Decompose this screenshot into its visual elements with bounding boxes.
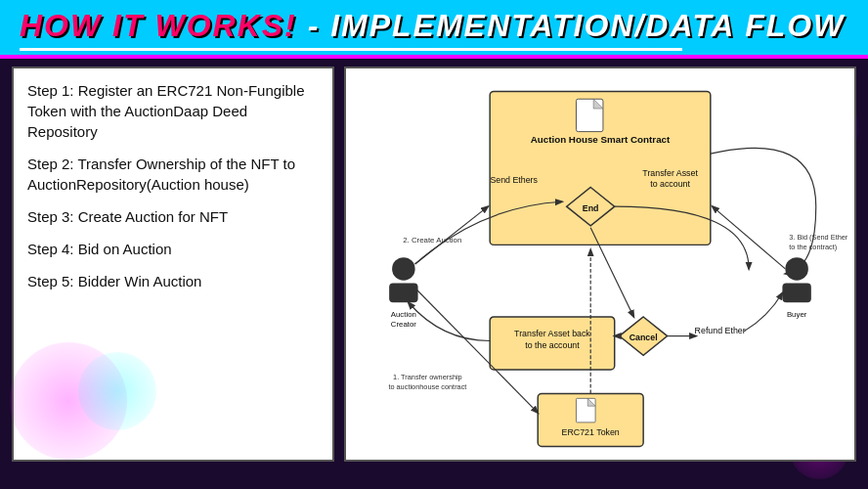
header-exclamation: ! [284, 8, 297, 43]
step-2: Step 2: Transfer Ownership of the NFT to… [27, 154, 319, 195]
step-3: Step 3: Create Auction for NFT [27, 206, 319, 227]
svg-text:ERC721 Token: ERC721 Token [562, 427, 620, 437]
svg-text:Refund Ether: Refund Ether [695, 326, 746, 335]
svg-rect-1 [576, 99, 602, 131]
svg-text:2. Create Auction: 2. Create Auction [403, 236, 461, 244]
svg-text:to account: to account [650, 179, 690, 189]
svg-text:Buyer: Buyer [787, 310, 807, 319]
step-2-text: Step 2: Transfer Ownership of the NFT to… [27, 156, 295, 193]
diagram-panel: Auction House Smart Contract Send Ethers… [344, 67, 856, 462]
step-1-text: Step 1: Register an ERC721 Non-Fungible … [27, 82, 305, 140]
svg-text:Auction House Smart Contract: Auction House Smart Contract [531, 134, 671, 145]
svg-text:Send Ethers: Send Ethers [490, 175, 538, 185]
svg-text:to auctionhouse contract: to auctionhouse contract [388, 382, 466, 391]
svg-rect-24 [782, 284, 810, 303]
svg-text:1. Transfer ownership: 1. Transfer ownership [393, 373, 462, 381]
svg-text:Auction: Auction [391, 310, 416, 319]
svg-text:to the account: to the account [525, 340, 580, 350]
step-4: Step 4: Bid on Auction [27, 239, 319, 259]
svg-text:to the contract): to the contract) [789, 243, 837, 251]
svg-line-31 [713, 206, 786, 269]
svg-rect-16 [576, 398, 595, 422]
header-line [20, 48, 682, 51]
svg-point-19 [392, 257, 415, 281]
step-1: Step 1: Register an ERC721 Non-Fungible … [27, 80, 319, 142]
svg-text:End: End [583, 203, 599, 213]
svg-text:3. Bid (Send Ether: 3. Bid (Send Ether [789, 233, 848, 242]
step-4-text: Step 4: Bid on Auction [27, 241, 172, 257]
svg-text:Transfer Asset: Transfer Asset [642, 168, 698, 178]
step-3-text: Step 3: Create Auction for NFT [27, 208, 228, 225]
svg-text:Transfer Asset back: Transfer Asset back [514, 329, 590, 338]
header-subtitle: - IMPLEMENTATION/DATA FLOW [297, 8, 846, 43]
header-title-highlight: HOW IT WORKS [20, 8, 284, 43]
svg-rect-20 [389, 284, 417, 303]
step-5: Step 5: Bidder Win Auction [27, 271, 319, 291]
step-5-text: Step 5: Bidder Win Auction [27, 273, 201, 289]
header: HOW IT WORKS! - IMPLEMENTATION/DATA FLOW [0, 0, 868, 59]
svg-text:Creator: Creator [391, 320, 416, 329]
svg-text:Cancel: Cancel [629, 333, 658, 342]
diagram-svg: Auction House Smart Contract Send Ethers… [346, 68, 854, 460]
bg-decoration-2 [78, 352, 156, 430]
